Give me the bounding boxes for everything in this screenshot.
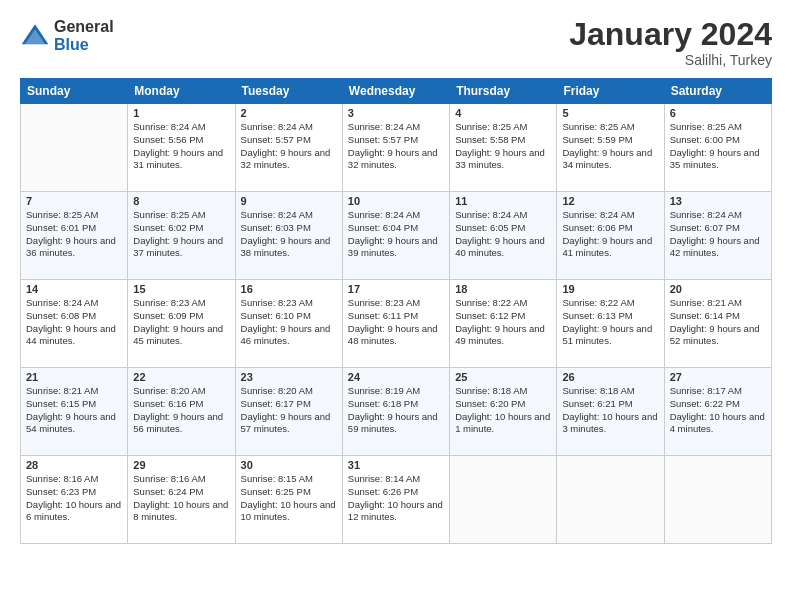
calendar-cell: 23Sunrise: 8:20 AMSunset: 6:17 PMDayligh… [235,368,342,456]
logo-blue: Blue [54,36,114,54]
day-number: 6 [670,107,766,119]
calendar-cell: 8Sunrise: 8:25 AMSunset: 6:02 PMDaylight… [128,192,235,280]
calendar-cell: 21Sunrise: 8:21 AMSunset: 6:15 PMDayligh… [21,368,128,456]
calendar-cell: 11Sunrise: 8:24 AMSunset: 6:05 PMDayligh… [450,192,557,280]
calendar-cell: 31Sunrise: 8:14 AMSunset: 6:26 PMDayligh… [342,456,449,544]
calendar-cell: 9Sunrise: 8:24 AMSunset: 6:03 PMDaylight… [235,192,342,280]
day-number: 13 [670,195,766,207]
calendar-cell [450,456,557,544]
calendar-cell: 6Sunrise: 8:25 AMSunset: 6:00 PMDaylight… [664,104,771,192]
calendar-cell: 22Sunrise: 8:20 AMSunset: 6:16 PMDayligh… [128,368,235,456]
cell-details: Sunrise: 8:24 AMSunset: 5:57 PMDaylight:… [241,121,337,172]
calendar-cell: 24Sunrise: 8:19 AMSunset: 6:18 PMDayligh… [342,368,449,456]
cell-details: Sunrise: 8:25 AMSunset: 5:58 PMDaylight:… [455,121,551,172]
day-number: 22 [133,371,229,383]
weekday-header-cell: Sunday [21,79,128,104]
cell-details: Sunrise: 8:24 AMSunset: 5:57 PMDaylight:… [348,121,444,172]
cell-details: Sunrise: 8:24 AMSunset: 5:56 PMDaylight:… [133,121,229,172]
calendar-cell: 27Sunrise: 8:17 AMSunset: 6:22 PMDayligh… [664,368,771,456]
cell-details: Sunrise: 8:21 AMSunset: 6:14 PMDaylight:… [670,297,766,348]
cell-details: Sunrise: 8:25 AMSunset: 5:59 PMDaylight:… [562,121,658,172]
day-number: 7 [26,195,122,207]
calendar: SundayMondayTuesdayWednesdayThursdayFrid… [20,78,772,544]
location: Salilhi, Turkey [569,52,772,68]
cell-details: Sunrise: 8:18 AMSunset: 6:20 PMDaylight:… [455,385,551,436]
day-number: 19 [562,283,658,295]
cell-details: Sunrise: 8:24 AMSunset: 6:05 PMDaylight:… [455,209,551,260]
day-number: 15 [133,283,229,295]
cell-details: Sunrise: 8:22 AMSunset: 6:12 PMDaylight:… [455,297,551,348]
weekday-header-cell: Saturday [664,79,771,104]
calendar-cell: 13Sunrise: 8:24 AMSunset: 6:07 PMDayligh… [664,192,771,280]
day-number: 4 [455,107,551,119]
calendar-cell: 10Sunrise: 8:24 AMSunset: 6:04 PMDayligh… [342,192,449,280]
calendar-week-row: 1Sunrise: 8:24 AMSunset: 5:56 PMDaylight… [21,104,772,192]
cell-details: Sunrise: 8:20 AMSunset: 6:17 PMDaylight:… [241,385,337,436]
cell-details: Sunrise: 8:18 AMSunset: 6:21 PMDaylight:… [562,385,658,436]
calendar-week-row: 7Sunrise: 8:25 AMSunset: 6:01 PMDaylight… [21,192,772,280]
calendar-cell: 28Sunrise: 8:16 AMSunset: 6:23 PMDayligh… [21,456,128,544]
calendar-cell: 12Sunrise: 8:24 AMSunset: 6:06 PMDayligh… [557,192,664,280]
cell-details: Sunrise: 8:24 AMSunset: 6:06 PMDaylight:… [562,209,658,260]
calendar-cell: 3Sunrise: 8:24 AMSunset: 5:57 PMDaylight… [342,104,449,192]
day-number: 21 [26,371,122,383]
cell-details: Sunrise: 8:25 AMSunset: 6:00 PMDaylight:… [670,121,766,172]
cell-details: Sunrise: 8:15 AMSunset: 6:25 PMDaylight:… [241,473,337,524]
cell-details: Sunrise: 8:25 AMSunset: 6:02 PMDaylight:… [133,209,229,260]
calendar-cell: 14Sunrise: 8:24 AMSunset: 6:08 PMDayligh… [21,280,128,368]
day-number: 23 [241,371,337,383]
cell-details: Sunrise: 8:23 AMSunset: 6:11 PMDaylight:… [348,297,444,348]
logo-text: General Blue [54,18,114,53]
day-number: 5 [562,107,658,119]
weekday-header-cell: Thursday [450,79,557,104]
day-number: 29 [133,459,229,471]
calendar-cell: 4Sunrise: 8:25 AMSunset: 5:58 PMDaylight… [450,104,557,192]
weekday-header-row: SundayMondayTuesdayWednesdayThursdayFrid… [21,79,772,104]
cell-details: Sunrise: 8:21 AMSunset: 6:15 PMDaylight:… [26,385,122,436]
calendar-cell: 5Sunrise: 8:25 AMSunset: 5:59 PMDaylight… [557,104,664,192]
day-number: 2 [241,107,337,119]
calendar-cell: 20Sunrise: 8:21 AMSunset: 6:14 PMDayligh… [664,280,771,368]
cell-details: Sunrise: 8:23 AMSunset: 6:10 PMDaylight:… [241,297,337,348]
calendar-cell: 25Sunrise: 8:18 AMSunset: 6:20 PMDayligh… [450,368,557,456]
day-number: 26 [562,371,658,383]
calendar-cell: 7Sunrise: 8:25 AMSunset: 6:01 PMDaylight… [21,192,128,280]
calendar-cell: 2Sunrise: 8:24 AMSunset: 5:57 PMDaylight… [235,104,342,192]
day-number: 18 [455,283,551,295]
title-block: January 2024 Salilhi, Turkey [569,18,772,68]
logo: General Blue [20,18,114,53]
cell-details: Sunrise: 8:24 AMSunset: 6:04 PMDaylight:… [348,209,444,260]
month-year: January 2024 [569,18,772,50]
cell-details: Sunrise: 8:14 AMSunset: 6:26 PMDaylight:… [348,473,444,524]
calendar-cell: 29Sunrise: 8:16 AMSunset: 6:24 PMDayligh… [128,456,235,544]
calendar-cell [664,456,771,544]
cell-details: Sunrise: 8:16 AMSunset: 6:23 PMDaylight:… [26,473,122,524]
calendar-week-row: 21Sunrise: 8:21 AMSunset: 6:15 PMDayligh… [21,368,772,456]
cell-details: Sunrise: 8:23 AMSunset: 6:09 PMDaylight:… [133,297,229,348]
logo-general: General [54,18,114,36]
day-number: 24 [348,371,444,383]
day-number: 27 [670,371,766,383]
weekday-header-cell: Tuesday [235,79,342,104]
day-number: 11 [455,195,551,207]
day-number: 14 [26,283,122,295]
day-number: 25 [455,371,551,383]
day-number: 16 [241,283,337,295]
day-number: 30 [241,459,337,471]
calendar-cell: 15Sunrise: 8:23 AMSunset: 6:09 PMDayligh… [128,280,235,368]
cell-details: Sunrise: 8:24 AMSunset: 6:03 PMDaylight:… [241,209,337,260]
cell-details: Sunrise: 8:22 AMSunset: 6:13 PMDaylight:… [562,297,658,348]
day-number: 8 [133,195,229,207]
cell-details: Sunrise: 8:16 AMSunset: 6:24 PMDaylight:… [133,473,229,524]
day-number: 28 [26,459,122,471]
day-number: 12 [562,195,658,207]
cell-details: Sunrise: 8:24 AMSunset: 6:08 PMDaylight:… [26,297,122,348]
weekday-header-cell: Wednesday [342,79,449,104]
header: General Blue January 2024 Salilhi, Turke… [20,18,772,68]
logo-icon [20,21,50,51]
day-number: 10 [348,195,444,207]
calendar-cell: 18Sunrise: 8:22 AMSunset: 6:12 PMDayligh… [450,280,557,368]
cell-details: Sunrise: 8:24 AMSunset: 6:07 PMDaylight:… [670,209,766,260]
calendar-body: 1Sunrise: 8:24 AMSunset: 5:56 PMDaylight… [21,104,772,544]
calendar-cell [21,104,128,192]
